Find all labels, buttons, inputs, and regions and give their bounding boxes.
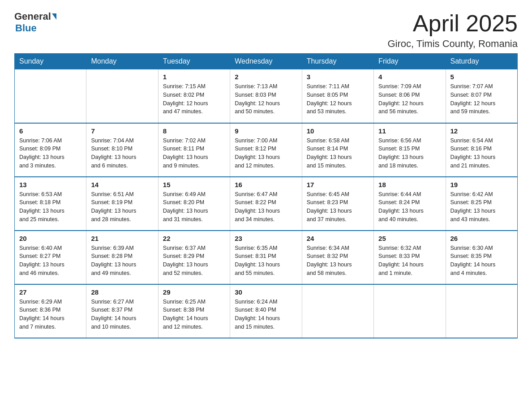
- day-number: 13: [19, 181, 82, 188]
- day-number: 29: [163, 288, 225, 296]
- day-info: Sunrise: 6:49 AM Sunset: 8:20 PM Dayligh…: [163, 190, 225, 224]
- day-number: 10: [307, 127, 369, 135]
- day-info: Sunrise: 7:02 AM Sunset: 8:11 PM Dayligh…: [163, 137, 225, 170]
- calendar-cell: [302, 284, 373, 338]
- calendar-cell: 18Sunrise: 6:44 AM Sunset: 8:24 PM Dayli…: [374, 177, 446, 231]
- day-info: Sunrise: 6:32 AM Sunset: 8:33 PM Dayligh…: [378, 244, 441, 278]
- calendar-week-1: 1Sunrise: 7:15 AM Sunset: 8:02 PM Daylig…: [15, 69, 518, 123]
- day-info: Sunrise: 6:54 AM Sunset: 8:16 PM Dayligh…: [450, 137, 513, 170]
- col-header-sunday: Sunday: [15, 54, 86, 69]
- calendar-table: SundayMondayTuesdayWednesdayThursdayFrid…: [14, 53, 518, 338]
- day-info: Sunrise: 7:15 AM Sunset: 8:02 PM Dayligh…: [163, 82, 225, 116]
- day-info: Sunrise: 6:37 AM Sunset: 8:29 PM Dayligh…: [163, 244, 225, 278]
- location-subtitle: Giroc, Timis County, Romania: [387, 38, 518, 50]
- col-header-tuesday: Tuesday: [158, 54, 230, 69]
- day-number: 16: [235, 181, 297, 188]
- logo-blue-text: Blue: [15, 22, 37, 34]
- day-info: Sunrise: 6:53 AM Sunset: 8:18 PM Dayligh…: [19, 190, 82, 224]
- day-info: Sunrise: 6:40 AM Sunset: 8:27 PM Dayligh…: [19, 244, 82, 278]
- calendar-cell: 1Sunrise: 7:15 AM Sunset: 8:02 PM Daylig…: [158, 69, 230, 123]
- calendar-cell: [446, 284, 517, 338]
- day-number: 21: [91, 235, 153, 242]
- col-header-thursday: Thursday: [302, 54, 373, 69]
- title-block: April 2025 Giroc, Timis County, Romania: [387, 11, 518, 50]
- calendar-cell: 23Sunrise: 6:35 AM Sunset: 8:31 PM Dayli…: [230, 231, 302, 284]
- calendar-cell: 19Sunrise: 6:42 AM Sunset: 8:25 PM Dayli…: [446, 177, 517, 231]
- calendar-header-row: SundayMondayTuesdayWednesdayThursdayFrid…: [15, 54, 518, 69]
- day-number: 27: [19, 288, 82, 296]
- calendar-cell: 7Sunrise: 7:04 AM Sunset: 8:10 PM Daylig…: [86, 123, 158, 177]
- day-info: Sunrise: 6:25 AM Sunset: 8:38 PM Dayligh…: [163, 298, 225, 331]
- day-info: Sunrise: 6:42 AM Sunset: 8:25 PM Dayligh…: [450, 190, 513, 224]
- calendar-cell: 27Sunrise: 6:29 AM Sunset: 8:36 PM Dayli…: [15, 284, 86, 338]
- day-number: 12: [450, 127, 513, 135]
- day-info: Sunrise: 7:11 AM Sunset: 8:05 PM Dayligh…: [307, 82, 369, 116]
- day-info: Sunrise: 6:39 AM Sunset: 8:28 PM Dayligh…: [91, 244, 153, 278]
- day-info: Sunrise: 7:00 AM Sunset: 8:12 PM Dayligh…: [235, 137, 297, 170]
- day-number: 6: [19, 127, 82, 135]
- calendar-cell: [374, 284, 446, 338]
- day-info: Sunrise: 6:35 AM Sunset: 8:31 PM Dayligh…: [235, 244, 297, 278]
- calendar-week-2: 6Sunrise: 7:06 AM Sunset: 8:09 PM Daylig…: [15, 123, 518, 177]
- day-number: 4: [378, 73, 441, 81]
- logo-general-text: General: [14, 11, 51, 22]
- day-number: 22: [163, 235, 225, 242]
- logo: General Blue: [14, 11, 57, 34]
- day-number: 24: [307, 235, 369, 242]
- day-number: 25: [378, 235, 441, 242]
- page-header: General Blue April 2025 Giroc, Timis Cou…: [14, 11, 518, 50]
- day-number: 1: [163, 73, 225, 81]
- day-info: Sunrise: 7:07 AM Sunset: 8:07 PM Dayligh…: [450, 82, 513, 116]
- calendar-cell: 30Sunrise: 6:24 AM Sunset: 8:40 PM Dayli…: [230, 284, 302, 338]
- calendar-cell: 4Sunrise: 7:09 AM Sunset: 8:06 PM Daylig…: [374, 69, 446, 123]
- day-info: Sunrise: 6:34 AM Sunset: 8:32 PM Dayligh…: [307, 244, 369, 278]
- day-number: 18: [378, 181, 441, 188]
- col-header-saturday: Saturday: [446, 54, 517, 69]
- day-info: Sunrise: 7:04 AM Sunset: 8:10 PM Dayligh…: [91, 137, 153, 170]
- day-info: Sunrise: 6:51 AM Sunset: 8:19 PM Dayligh…: [91, 190, 153, 224]
- day-number: 19: [450, 181, 513, 188]
- calendar-cell: 26Sunrise: 6:30 AM Sunset: 8:35 PM Dayli…: [446, 231, 517, 284]
- day-number: 15: [163, 181, 225, 188]
- day-number: 2: [235, 73, 297, 81]
- col-header-wednesday: Wednesday: [230, 54, 302, 69]
- calendar-cell: 28Sunrise: 6:27 AM Sunset: 8:37 PM Dayli…: [86, 284, 158, 338]
- month-title: April 2025: [387, 11, 518, 36]
- day-number: 26: [450, 235, 513, 242]
- day-info: Sunrise: 6:30 AM Sunset: 8:35 PM Dayligh…: [450, 244, 513, 278]
- calendar-cell: 12Sunrise: 6:54 AM Sunset: 8:16 PM Dayli…: [446, 123, 517, 177]
- calendar-cell: 25Sunrise: 6:32 AM Sunset: 8:33 PM Dayli…: [374, 231, 446, 284]
- calendar-cell: 22Sunrise: 6:37 AM Sunset: 8:29 PM Dayli…: [158, 231, 230, 284]
- calendar-cell: 9Sunrise: 7:00 AM Sunset: 8:12 PM Daylig…: [230, 123, 302, 177]
- day-info: Sunrise: 6:27 AM Sunset: 8:37 PM Dayligh…: [91, 298, 153, 331]
- day-info: Sunrise: 6:29 AM Sunset: 8:36 PM Dayligh…: [19, 298, 82, 331]
- day-number: 9: [235, 127, 297, 135]
- calendar-cell: [86, 69, 158, 123]
- col-header-friday: Friday: [374, 54, 446, 69]
- day-number: 30: [235, 288, 297, 296]
- day-info: Sunrise: 6:45 AM Sunset: 8:23 PM Dayligh…: [307, 190, 369, 224]
- logo-triangle-icon: [52, 13, 56, 20]
- day-number: 3: [307, 73, 369, 81]
- day-number: 11: [378, 127, 441, 135]
- calendar-cell: 17Sunrise: 6:45 AM Sunset: 8:23 PM Dayli…: [302, 177, 373, 231]
- calendar-week-5: 27Sunrise: 6:29 AM Sunset: 8:36 PM Dayli…: [15, 284, 518, 338]
- calendar-cell: 21Sunrise: 6:39 AM Sunset: 8:28 PM Dayli…: [86, 231, 158, 284]
- day-info: Sunrise: 6:58 AM Sunset: 8:14 PM Dayligh…: [307, 137, 369, 170]
- calendar-cell: 3Sunrise: 7:11 AM Sunset: 8:05 PM Daylig…: [302, 69, 373, 123]
- calendar-cell: 29Sunrise: 6:25 AM Sunset: 8:38 PM Dayli…: [158, 284, 230, 338]
- day-number: 5: [450, 73, 513, 81]
- day-info: Sunrise: 6:47 AM Sunset: 8:22 PM Dayligh…: [235, 190, 297, 224]
- calendar-cell: 5Sunrise: 7:07 AM Sunset: 8:07 PM Daylig…: [446, 69, 517, 123]
- calendar-cell: 2Sunrise: 7:13 AM Sunset: 8:03 PM Daylig…: [230, 69, 302, 123]
- calendar-cell: 13Sunrise: 6:53 AM Sunset: 8:18 PM Dayli…: [15, 177, 86, 231]
- calendar-cell: 24Sunrise: 6:34 AM Sunset: 8:32 PM Dayli…: [302, 231, 373, 284]
- calendar-cell: 16Sunrise: 6:47 AM Sunset: 8:22 PM Dayli…: [230, 177, 302, 231]
- calendar-cell: 10Sunrise: 6:58 AM Sunset: 8:14 PM Dayli…: [302, 123, 373, 177]
- calendar-cell: 20Sunrise: 6:40 AM Sunset: 8:27 PM Dayli…: [15, 231, 86, 284]
- day-info: Sunrise: 6:56 AM Sunset: 8:15 PM Dayligh…: [378, 137, 441, 170]
- day-number: 23: [235, 235, 297, 242]
- calendar-cell: 14Sunrise: 6:51 AM Sunset: 8:19 PM Dayli…: [86, 177, 158, 231]
- calendar-cell: 8Sunrise: 7:02 AM Sunset: 8:11 PM Daylig…: [158, 123, 230, 177]
- day-info: Sunrise: 6:44 AM Sunset: 8:24 PM Dayligh…: [378, 190, 441, 224]
